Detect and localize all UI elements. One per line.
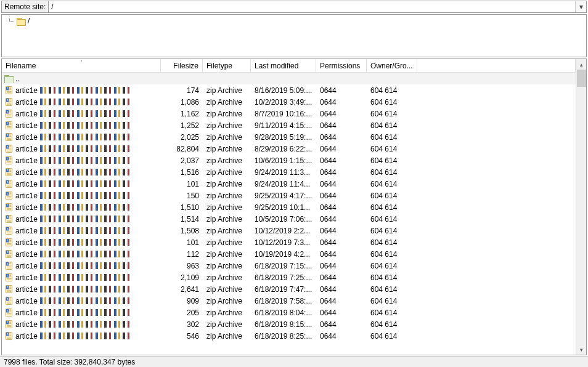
column-last-modified[interactable]: Last modified [251, 59, 316, 72]
file-row[interactable]: artic1e82,804zip Archive8/29/2019 6:22:.… [2, 143, 576, 155]
zip-archive-icon [4, 214, 14, 224]
status-text: 7998 files. Total size: 392,840,347 byte… [4, 358, 135, 366]
file-name: artic1e [15, 156, 38, 165]
file-owner: 604 614 [367, 285, 417, 294]
file-size: 101 [161, 238, 203, 247]
parent-directory-row[interactable]: .. [2, 73, 576, 84]
file-name: artic1e [15, 238, 38, 247]
scroll-thumb[interactable] [577, 70, 586, 87]
file-row[interactable]: artic1e2,641zip Archive6/18/2019 7:47:..… [2, 283, 576, 295]
parent-dir-label: .. [15, 75, 20, 83]
zip-archive-icon [4, 238, 14, 247]
scroll-track[interactable] [576, 70, 586, 344]
zip-archive-icon [4, 191, 14, 200]
chevron-down-icon: ▾ [579, 2, 583, 11]
file-row[interactable]: artic1e112zip Archive10/19/2019 4:2...06… [2, 248, 576, 260]
tree-node-label: / [28, 17, 30, 25]
file-owner: 604 614 [367, 262, 417, 270]
file-permissions: 0644 [316, 156, 367, 165]
file-permissions: 0644 [316, 98, 367, 107]
sort-asc-icon: ˄ [80, 60, 83, 65]
redacted-text [40, 239, 133, 246]
column-filename[interactable]: Filename ˄ [2, 59, 161, 72]
column-filetype[interactable]: Filetype [203, 59, 251, 72]
file-size: 2,037 [161, 156, 203, 165]
file-size: 1,162 [161, 110, 203, 118]
file-list-header: Filename ˄ Filesize Filetype Last modifi… [2, 59, 576, 73]
file-modified: 6/18/2019 7:25:... [251, 273, 316, 282]
file-name: artic1e [15, 145, 38, 153]
scroll-up-button[interactable]: ▴ [576, 59, 586, 70]
file-row[interactable]: artic1e2,025zip Archive9/28/2019 5:19:..… [2, 131, 576, 143]
remote-directory-tree[interactable]: / [1, 14, 587, 57]
file-type: zip Archive [203, 145, 251, 153]
file-row[interactable]: artic1e101zip Archive10/12/2019 7:3...06… [2, 236, 576, 248]
file-row[interactable]: artic1e1,514zip Archive10/5/2019 7:06:..… [2, 213, 576, 225]
file-modified: 6/18/2019 8:15:... [251, 320, 316, 329]
file-owner: 604 614 [367, 145, 417, 153]
file-modified: 10/12/2019 2:2... [251, 227, 316, 235]
tree-root-node[interactable]: / [6, 17, 582, 25]
scroll-down-button[interactable]: ▾ [576, 344, 586, 355]
status-bar: 7998 files. Total size: 392,840,347 byte… [0, 356, 588, 367]
file-row[interactable]: artic1e101zip Archive9/24/2019 11:4...06… [2, 178, 576, 190]
tree-connector-icon [6, 17, 14, 25]
redacted-text [40, 309, 133, 316]
column-owner-group[interactable]: Owner/Gro... [367, 59, 417, 72]
file-row[interactable]: artic1e150zip Archive9/25/2019 4:17:...0… [2, 190, 576, 201]
file-permissions: 0644 [316, 227, 367, 235]
redacted-text [40, 87, 133, 94]
file-row[interactable]: artic1e963zip Archive6/18/2019 7:15:...0… [2, 260, 576, 272]
file-type: zip Archive [203, 180, 251, 188]
zip-archive-icon [4, 203, 14, 212]
remote-path-input[interactable] [48, 1, 575, 12]
file-row[interactable]: artic1e174zip Archive8/16/2019 5:09:...0… [2, 84, 576, 96]
file-modified: 9/24/2019 11:4... [251, 180, 316, 188]
vertical-scrollbar[interactable]: ▴ ▾ [576, 59, 586, 355]
file-row[interactable]: artic1e1,508zip Archive10/12/2019 2:2...… [2, 225, 576, 236]
file-type: zip Archive [203, 215, 251, 224]
file-size: 1,516 [161, 168, 203, 177]
file-name: artic1e [15, 180, 38, 188]
file-type: zip Archive [203, 98, 251, 107]
file-type: zip Archive [203, 320, 251, 329]
file-permissions: 0644 [316, 297, 367, 305]
file-owner: 604 614 [367, 156, 417, 165]
file-modified: 8/29/2019 6:22:... [251, 145, 316, 153]
zip-archive-icon [4, 284, 14, 294]
file-name: artic1e [15, 262, 38, 270]
file-owner: 604 614 [367, 203, 417, 212]
redacted-text [40, 99, 133, 105]
file-type: zip Archive [203, 168, 251, 177]
zip-archive-icon [4, 273, 14, 282]
file-row[interactable]: artic1e909zip Archive6/18/2019 7:58:...0… [2, 295, 576, 307]
file-owner: 604 614 [367, 250, 417, 259]
file-row[interactable]: artic1e1,516zip Archive9/24/2019 11:3...… [2, 166, 576, 178]
file-row[interactable]: artic1e2,109zip Archive6/18/2019 7:25:..… [2, 272, 576, 283]
file-row[interactable]: artic1e1,086zip Archive10/2/2019 3:49:..… [2, 96, 576, 108]
file-permissions: 0644 [316, 110, 367, 118]
file-name: artic1e [15, 98, 38, 107]
file-row[interactable]: artic1e2,037zip Archive10/6/2019 1:15:..… [2, 155, 576, 166]
zip-archive-icon [4, 179, 14, 188]
file-row[interactable]: artic1e1,162zip Archive8/7/2019 10:16:..… [2, 108, 576, 119]
file-row[interactable]: artic1e1,252zip Archive9/11/2019 4:15:..… [2, 119, 576, 131]
redacted-text [40, 286, 133, 292]
file-permissions: 0644 [316, 215, 367, 224]
column-permissions[interactable]: Permissions [316, 59, 367, 72]
file-owner: 604 614 [367, 168, 417, 177]
file-name: artic1e [15, 309, 38, 317]
file-row[interactable]: artic1e546zip Archive6/18/2019 8:25:...0… [2, 330, 576, 342]
redacted-text [40, 122, 133, 129]
column-filesize[interactable]: Filesize [161, 59, 203, 72]
file-modified: 6/18/2019 7:15:... [251, 262, 316, 270]
redacted-text [40, 321, 133, 328]
file-owner: 604 614 [367, 192, 417, 200]
file-row[interactable]: artic1e205zip Archive6/18/2019 8:04:...0… [2, 307, 576, 318]
redacted-text [40, 157, 133, 164]
file-row[interactable]: artic1e302zip Archive6/18/2019 8:15:...0… [2, 318, 576, 330]
remote-path-dropdown[interactable]: ▾ [575, 1, 586, 12]
file-size: 150 [161, 192, 203, 200]
file-row[interactable]: artic1e1,510zip Archive9/25/2019 10:1...… [2, 201, 576, 213]
redacted-text [40, 134, 133, 140]
